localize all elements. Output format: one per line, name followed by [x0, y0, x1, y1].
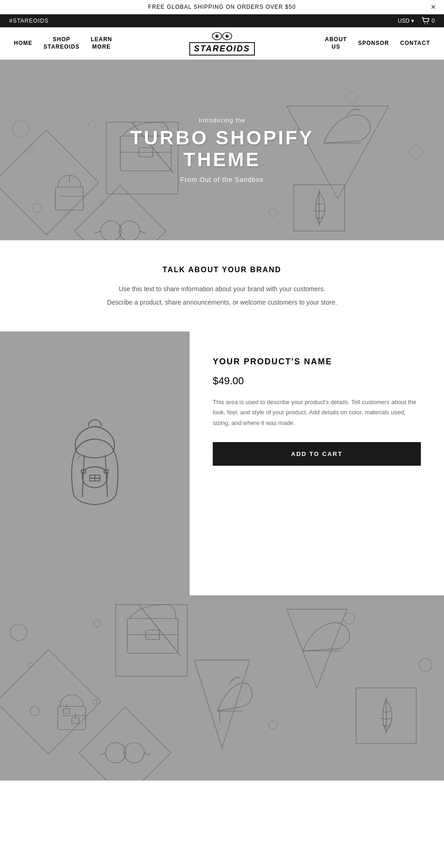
svg-marker-69 — [194, 660, 250, 748]
product-name: YOUR PRODUCT'S NAME — [213, 357, 421, 367]
top-bar: #STAREOIDS USD ▾ 0 — [0, 14, 444, 27]
svg-point-9 — [32, 203, 42, 212]
svg-point-42 — [30, 706, 39, 716]
svg-point-8 — [12, 121, 29, 137]
svg-rect-54 — [72, 718, 79, 724]
announcement-bar: FREE GLOBAL SHIPPING ON ORDERS OVER $50 … — [0, 0, 444, 14]
product-info: YOUR PRODUCT'S NAME $49.00 This area is … — [190, 331, 444, 595]
svg-point-0 — [425, 23, 426, 24]
brand-title: TALK ABOUT YOUR BRAND — [9, 266, 435, 274]
svg-rect-56 — [116, 605, 187, 676]
svg-line-64 — [99, 753, 105, 755]
svg-rect-57 — [127, 618, 178, 653]
svg-rect-49 — [0, 649, 101, 754]
svg-rect-60 — [79, 707, 171, 781]
brand-section: TALK ABOUT YOUR BRAND Use this text to s… — [0, 240, 444, 331]
brand-text-2: Describe a product, share announcements,… — [9, 297, 435, 308]
chevron-down-icon: ▾ — [411, 18, 414, 24]
product-section: YOUR PRODUCT'S NAME $49.00 This area is … — [0, 331, 444, 595]
svg-point-48 — [419, 658, 432, 671]
bottom-banner — [0, 595, 444, 781]
svg-rect-32 — [294, 185, 345, 231]
svg-point-45 — [92, 699, 97, 704]
add-to-cart-button[interactable]: ADD TO CART — [213, 442, 421, 466]
nav-shop[interactable]: SHOPSTAREOIDS — [43, 36, 80, 50]
hero-intro: Introducing the — [130, 117, 314, 124]
svg-rect-18 — [0, 130, 99, 235]
close-icon[interactable]: ✕ — [431, 3, 437, 11]
svg-rect-19 — [56, 187, 83, 210]
main-nav: HOME SHOPSTAREOIDS LEARNMORE STAREOIDS A… — [0, 27, 444, 60]
svg-point-62 — [124, 743, 144, 763]
svg-point-44 — [93, 619, 101, 627]
top-bar-right: USD ▾ 0 — [398, 17, 435, 25]
svg-point-11 — [89, 121, 96, 128]
svg-point-17 — [410, 146, 423, 159]
svg-point-13 — [228, 85, 234, 90]
svg-point-4 — [216, 35, 219, 38]
hero-content: Introducing the TURBO SHOPIFY THEME From… — [130, 117, 314, 183]
svg-point-14 — [346, 91, 357, 102]
site-logo[interactable]: STAREOIDS — [189, 31, 255, 56]
nav-sponsor[interactable]: SPONSOR — [358, 40, 389, 47]
svg-rect-52 — [63, 709, 70, 713]
cart-button[interactable]: 0 — [421, 17, 435, 25]
svg-point-61 — [105, 743, 126, 763]
svg-point-27 — [119, 221, 140, 240]
svg-point-5 — [226, 35, 229, 38]
svg-point-46 — [344, 613, 355, 624]
cart-count: 0 — [432, 18, 435, 24]
hero-title: TURBO SHOPIFY THEME — [130, 127, 314, 170]
svg-line-29 — [95, 231, 101, 233]
svg-point-1 — [427, 23, 428, 24]
product-description: This area is used to describe your produ… — [213, 397, 421, 428]
svg-point-47 — [269, 721, 277, 729]
svg-line-30 — [140, 231, 146, 233]
hero-banner: Introducing the TURBO SHOPIFY THEME From… — [0, 60, 444, 240]
svg-point-41 — [10, 624, 27, 641]
announcement-text: FREE GLOBAL SHIPPING ON ORDERS OVER $50 — [148, 4, 296, 10]
currency-selector[interactable]: USD ▾ — [398, 18, 414, 24]
product-image-area — [0, 331, 190, 595]
nav-left: HOME SHOPSTAREOIDS LEARNMORE — [14, 36, 112, 50]
svg-point-10 — [30, 150, 35, 155]
brand-text-1: Use this text to share information about… — [9, 283, 435, 295]
svg-point-26 — [101, 221, 121, 240]
product-price: $49.00 — [213, 375, 421, 387]
nav-right: ABOUTUS SPONSOR CONTACT — [325, 36, 430, 50]
logo-text: STAREOIDS — [189, 42, 255, 56]
svg-line-65 — [144, 753, 150, 755]
nav-learn[interactable]: LEARNMORE — [91, 36, 112, 50]
nav-home[interactable]: HOME — [14, 40, 32, 47]
nav-about[interactable]: ABOUTUS — [325, 36, 347, 50]
svg-point-7 — [227, 35, 228, 36]
svg-rect-25 — [74, 185, 166, 240]
svg-point-15 — [269, 208, 277, 217]
hero-subtitle: From Out of the Sandbox — [130, 176, 314, 183]
svg-point-12 — [99, 201, 104, 206]
svg-point-6 — [217, 35, 218, 36]
nav-contact[interactable]: CONTACT — [400, 40, 430, 47]
brand-hashtag: #STAREOIDS — [9, 18, 49, 24]
